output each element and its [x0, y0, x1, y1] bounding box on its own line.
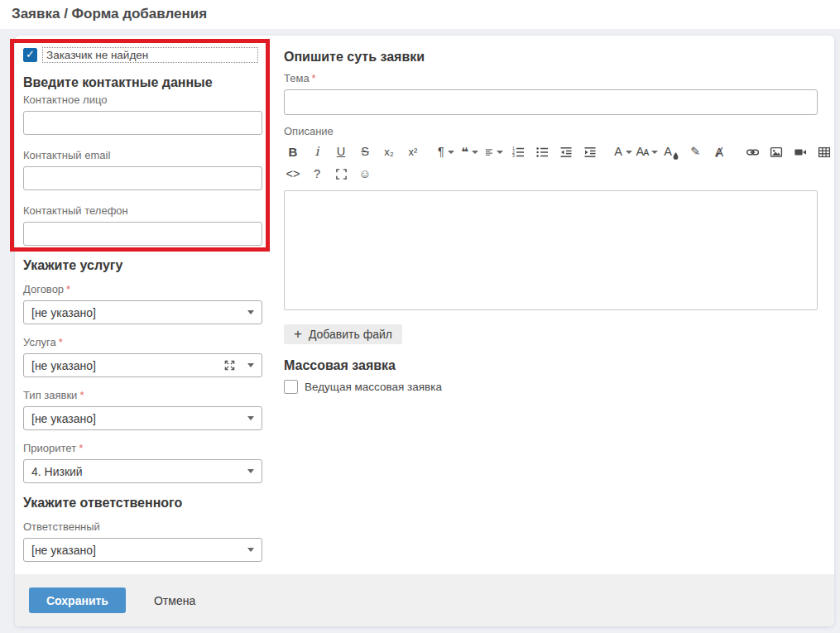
service-section-heading: Укажите услугу	[23, 258, 277, 273]
emoji-icon[interactable]: ☺	[356, 165, 374, 185]
plus-icon: +	[294, 326, 302, 343]
contact-person-input[interactable]	[23, 111, 262, 135]
ordered-list-icon[interactable]: 123	[509, 142, 527, 162]
request-type-label: Тип заявки*	[23, 389, 277, 401]
chevron-down-icon	[247, 469, 254, 473]
subject-label: Тема*	[284, 72, 818, 84]
table-icon[interactable]	[815, 142, 833, 162]
responsible-label: Ответственный	[23, 520, 277, 533]
priority-select-value: 4. Низкий	[31, 465, 242, 478]
outdent-icon[interactable]	[557, 142, 575, 162]
blockquote-icon[interactable]: ❝	[461, 142, 479, 162]
contact-person-label: Контактное лицо	[23, 94, 277, 106]
request-type-select-value: [не указано]	[31, 412, 242, 425]
page-title: Заявка / Форма добавления	[12, 6, 207, 22]
responsible-select-value: [не указано]	[31, 544, 242, 557]
service-label: Услуга*	[23, 336, 277, 348]
bold-icon[interactable]: B	[284, 142, 302, 162]
request-type-select[interactable]: [не указано]	[23, 406, 262, 430]
save-button[interactable]: Сохранить	[29, 587, 126, 613]
chevron-down-icon	[247, 363, 254, 367]
cancel-button[interactable]: Отмена	[154, 594, 195, 607]
code-view-icon[interactable]: <>	[284, 165, 302, 185]
align-icon[interactable]	[485, 142, 503, 162]
highlight-icon[interactable]: ✎	[686, 142, 704, 162]
customer-not-found-row: Заказчик не найден	[23, 47, 258, 63]
add-file-button[interactable]: + Добавить файл	[284, 324, 402, 344]
chevron-down-icon	[247, 310, 254, 314]
contact-phone-label: Контактный телефон	[23, 204, 277, 217]
help-icon[interactable]: ?	[308, 165, 326, 185]
subject-input[interactable]	[284, 89, 818, 115]
font-size-icon[interactable]: Aᴀ	[638, 142, 656, 162]
description-editor[interactable]	[284, 190, 818, 310]
required-mark: *	[66, 283, 70, 295]
chevron-down-icon	[247, 548, 254, 552]
paragraph-format-icon[interactable]: ¶	[437, 142, 455, 162]
video-icon[interactable]	[791, 142, 809, 162]
svg-text:3: 3	[512, 153, 515, 158]
mass-request-checkbox[interactable]	[284, 380, 298, 394]
underline-icon[interactable]: U	[332, 142, 350, 162]
indent-icon[interactable]	[581, 142, 599, 162]
mass-request-label[interactable]: Ведущая массовая заявка	[305, 381, 442, 393]
toolbar-row-2: <> ? ☺	[284, 163, 818, 185]
required-mark: *	[59, 336, 63, 348]
contact-email-label: Контактный email	[23, 149, 277, 161]
contact-section-heading: Введите контактные данные	[23, 75, 277, 90]
italic-icon[interactable]: i	[308, 142, 326, 162]
right-column: Опишите суть заявки Тема* Описание B i U…	[284, 36, 818, 394]
required-mark: *	[312, 72, 316, 84]
link-icon[interactable]	[743, 142, 761, 162]
responsible-select[interactable]: [не указано]	[23, 538, 262, 562]
expand-icon[interactable]	[223, 359, 236, 372]
required-mark: *	[79, 442, 83, 454]
request-section-heading: Опишите суть заявки	[284, 50, 818, 65]
unordered-list-icon[interactable]	[533, 142, 551, 162]
image-icon[interactable]	[767, 142, 785, 162]
responsible-section-heading: Укажите ответственного	[23, 496, 277, 511]
priority-label: Приоритет*	[23, 442, 277, 454]
clear-formatting-icon[interactable]: Ⱥ	[710, 142, 728, 162]
form-panel: Заказчик не найден Введите контактные да…	[15, 36, 834, 626]
priority-select[interactable]: 4. Низкий	[23, 459, 262, 483]
customer-not-found-label[interactable]: Заказчик не найден	[42, 47, 258, 63]
form-footer: Сохранить Отмена	[15, 574, 834, 626]
description-label: Описание	[284, 125, 818, 137]
text-color-icon[interactable]: A	[662, 142, 680, 162]
toolbar-row-1: B i U S x₂ x² ¶ ❝ 123	[284, 141, 818, 163]
fullscreen-icon[interactable]	[332, 165, 350, 185]
font-family-icon[interactable]: A	[614, 142, 632, 162]
editor-toolbar: B i U S x₂ x² ¶ ❝ 123	[284, 141, 818, 185]
superscript-icon[interactable]: x²	[404, 142, 422, 162]
customer-not-found-checkbox[interactable]	[23, 48, 37, 62]
contact-phone-input[interactable]	[23, 222, 262, 246]
service-select-value: [не указано]	[31, 359, 223, 372]
service-select[interactable]: [не указано]	[23, 353, 262, 377]
contract-select-value: [не указано]	[31, 306, 242, 319]
contract-label: Договор*	[23, 283, 277, 295]
subscript-icon[interactable]: x₂	[380, 142, 398, 162]
left-column: Заказчик не найден Введите контактные да…	[23, 36, 277, 562]
chevron-down-icon	[247, 416, 254, 420]
contract-select[interactable]: [не указано]	[23, 300, 262, 324]
contact-email-input[interactable]	[23, 166, 262, 190]
mass-request-heading: Массовая заявка	[284, 358, 818, 373]
mass-request-row: Ведущая массовая заявка	[284, 380, 818, 394]
required-mark: *	[79, 389, 84, 401]
strikethrough-icon[interactable]: S	[356, 142, 374, 162]
